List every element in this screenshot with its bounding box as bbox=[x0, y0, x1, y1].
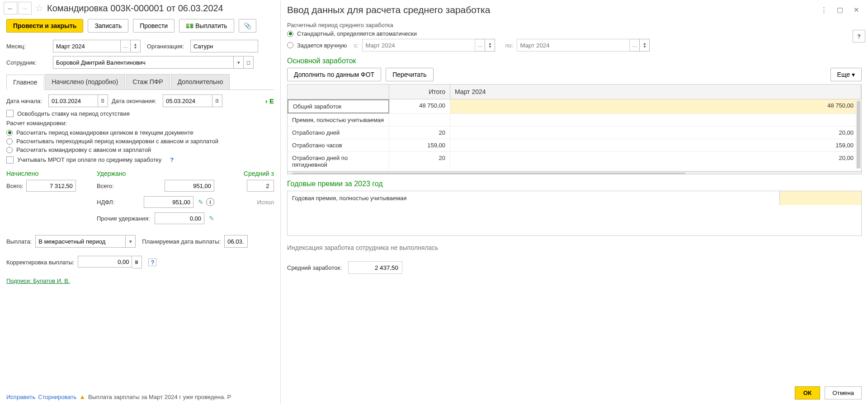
employee-input[interactable] bbox=[53, 56, 234, 69]
star-icon[interactable]: ☆ bbox=[33, 3, 45, 14]
calc-radio-3-label: Рассчитать командировку с авансом и зарп… bbox=[16, 146, 151, 153]
org-input[interactable] bbox=[190, 40, 258, 52]
grid-cell-month[interactable]: 20,00 bbox=[450, 152, 861, 171]
checkbox-box bbox=[6, 110, 14, 117]
grid-horizontal-scrollbar[interactable] bbox=[288, 171, 861, 174]
pencil-icon[interactable]: ✎ bbox=[198, 198, 203, 206]
ok-button[interactable]: ОК bbox=[795, 386, 821, 399]
grid-row[interactable]: Общий заработок48 750,0048 750,00 bbox=[288, 99, 861, 114]
employee-dropdown[interactable]: ▾ bbox=[234, 56, 244, 69]
grid-row[interactable]: Премия, полностью учитываемая bbox=[288, 114, 861, 127]
grid-row[interactable]: Отработано дней по пятидневной2020,00 bbox=[288, 152, 861, 171]
spinner-icon[interactable]: ▲▼ bbox=[640, 39, 650, 52]
grid-cell-total: 20 bbox=[389, 127, 450, 139]
attachments-button[interactable]: 📎 bbox=[239, 19, 256, 33]
grid-cell-month[interactable]: 20,00 bbox=[450, 127, 861, 139]
expand-right-icon[interactable]: › Е bbox=[265, 97, 274, 105]
ndfl-input[interactable] bbox=[144, 196, 193, 208]
pencil-icon[interactable]: ✎ bbox=[209, 215, 214, 222]
back-button[interactable]: ← bbox=[4, 2, 17, 14]
radio-dot bbox=[287, 42, 293, 48]
ellipsis-icon[interactable]: … bbox=[630, 39, 640, 52]
help-icon[interactable]: ? bbox=[148, 258, 156, 266]
calendar-icon[interactable]: 🗓 bbox=[212, 94, 222, 107]
ispol-label: Испол bbox=[257, 199, 274, 206]
calc-radio-3[interactable]: Рассчитать командировку с авансом и зарп… bbox=[6, 146, 274, 153]
ndfl-label: НДФЛ: bbox=[97, 199, 115, 206]
mrot-checkbox[interactable]: Учитывать МРОТ при оплате по среднему за… bbox=[6, 156, 274, 164]
earnings-grid[interactable]: Итого Март 2024 Общий заработок48 750,00… bbox=[287, 84, 862, 174]
document-pane: ← → ☆ Командировка 003К-000001 от 06.03.… bbox=[0, 0, 280, 404]
tab-extra[interactable]: Дополнительно bbox=[171, 74, 230, 89]
free-rate-checkbox[interactable]: Освободить ставку на период отсутствия bbox=[6, 110, 274, 117]
post-button[interactable]: Провести bbox=[133, 19, 175, 33]
month-input[interactable] bbox=[53, 40, 121, 52]
tab-body-main: Дата начала: 🗓 Дата окончания: 🗓 › Е Осв… bbox=[0, 90, 280, 289]
total-accrued-input[interactable] bbox=[26, 180, 76, 192]
grid-cell-month[interactable] bbox=[450, 114, 861, 126]
more-button[interactable]: Еще ▾ bbox=[830, 68, 862, 81]
bonus-row[interactable]: Годовая премия, полностью учитываемая bbox=[288, 191, 861, 205]
pay-button[interactable]: 💵 Выплатить bbox=[179, 19, 234, 33]
date-start-input[interactable] bbox=[48, 94, 98, 107]
calendar-icon[interactable]: 🗓 bbox=[98, 94, 108, 107]
period-from-input[interactable] bbox=[362, 39, 475, 52]
warning-icon: ▲ bbox=[79, 393, 85, 400]
calculator-icon[interactable]: 🖩 bbox=[132, 256, 142, 268]
signatures-link[interactable]: Подписи: Булатов И. В. bbox=[6, 277, 70, 284]
fill-from-fot-button[interactable]: Дополнить по данным ФОТ bbox=[287, 68, 381, 81]
storno-link[interactable]: Сторнировать bbox=[38, 394, 76, 400]
tab-pfr[interactable]: Стаж ПФР bbox=[126, 74, 170, 89]
grid-cell-label: Отработано дней bbox=[288, 127, 389, 139]
cancel-button[interactable]: Отмена bbox=[825, 386, 862, 399]
tab-accrued[interactable]: Начислено (подробно) bbox=[45, 74, 125, 89]
free-rate-label: Освободить ставку на период отсутствия bbox=[17, 110, 130, 117]
warning-text: Выплата зарплаты за Март 2024 г уже пров… bbox=[88, 394, 231, 400]
fix-link[interactable]: Исправить bbox=[6, 394, 35, 400]
grid-cell-month[interactable]: 159,00 bbox=[450, 139, 861, 151]
kebab-icon[interactable]: ⋮ bbox=[818, 6, 829, 14]
payout-select[interactable] bbox=[35, 235, 126, 248]
month-spinner[interactable]: ▲▼ bbox=[131, 40, 141, 52]
employee-open[interactable]: ◻ bbox=[244, 56, 254, 69]
post-and-close-button[interactable]: Провести и закрыть bbox=[6, 19, 83, 33]
month-ellipsis[interactable]: … bbox=[121, 40, 131, 52]
tab-main[interactable]: Главное bbox=[6, 75, 44, 90]
calc-radio-group: Рассчитать период командировки целиком в… bbox=[6, 129, 274, 153]
grid-cell-total bbox=[389, 114, 450, 126]
help-button[interactable]: ? bbox=[853, 30, 865, 42]
planned-date-input[interactable] bbox=[224, 235, 248, 248]
spinner-icon[interactable]: ▲▼ bbox=[485, 39, 495, 52]
maximize-icon[interactable]: ▢ bbox=[835, 6, 845, 14]
recalc-button[interactable]: Перечитать bbox=[386, 68, 434, 81]
row-month: Месяц: … ▲▼ Организация: bbox=[0, 38, 280, 54]
period-radio-standard[interactable]: Стандартный, определяется автоматически bbox=[287, 30, 862, 37]
other-withheld-input[interactable] bbox=[155, 212, 204, 224]
date-end-label: Дата окончания: bbox=[112, 98, 156, 104]
total-avg-input[interactable] bbox=[247, 180, 274, 192]
dropdown-icon[interactable]: ▾ bbox=[126, 235, 136, 248]
period-radio-manual[interactable]: Задается вручную bbox=[287, 42, 347, 49]
bonus-row-value[interactable] bbox=[780, 191, 861, 205]
forward-button[interactable]: → bbox=[18, 2, 32, 14]
ellipsis-icon[interactable]: … bbox=[475, 39, 485, 52]
save-button[interactable]: Записать bbox=[88, 19, 128, 33]
close-icon[interactable]: ✕ bbox=[851, 6, 862, 14]
grid-cell-month[interactable]: 48 750,00 bbox=[450, 99, 861, 113]
earnings-toolbar: Дополнить по данным ФОТ Перечитать Еще ▾ bbox=[287, 68, 862, 81]
help-icon[interactable]: ? bbox=[168, 156, 176, 164]
correction-input[interactable] bbox=[78, 256, 132, 268]
calc-radio-1[interactable]: Рассчитать период командировки целиком в… bbox=[6, 129, 274, 136]
calc-radio-2[interactable]: Рассчитывать переходящий период командир… bbox=[6, 138, 274, 145]
date-end-input[interactable] bbox=[163, 94, 212, 107]
footer-warning-row: Исправить Сторнировать ▲ Выплата зарплат… bbox=[0, 391, 280, 402]
grid-vertical-scrollbar[interactable] bbox=[856, 101, 861, 169]
pay-button-label: Выплатить bbox=[195, 22, 227, 29]
bonus-table[interactable]: Годовая премия, полностью учитываемая bbox=[287, 191, 862, 236]
average-input[interactable] bbox=[348, 261, 402, 274]
total-withheld-input[interactable] bbox=[165, 180, 214, 192]
period-to-input[interactable] bbox=[517, 39, 630, 52]
grid-row[interactable]: Отработано часов159,00159,00 bbox=[288, 139, 861, 152]
info-icon[interactable]: i bbox=[206, 198, 214, 206]
grid-row[interactable]: Отработано дней2020,00 bbox=[288, 127, 861, 139]
